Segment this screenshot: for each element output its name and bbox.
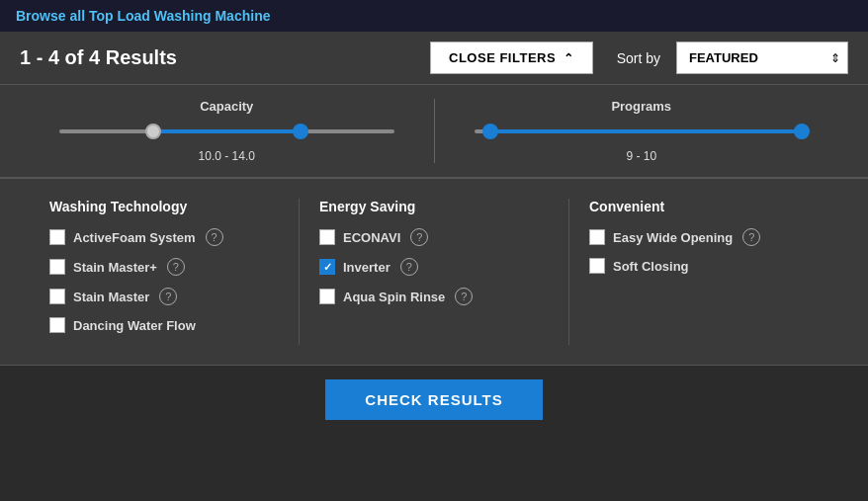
- footer-bar: CHECK RESULTS: [0, 365, 868, 434]
- check-results-button[interactable]: CHECK RESULTS: [325, 379, 542, 420]
- filter-item-1-2[interactable]: Aqua Spin Rinse?: [319, 288, 549, 305]
- filter-item-0-1[interactable]: Stain Master+?: [49, 258, 279, 276]
- programs-slider-group: Programs 9 - 10: [435, 99, 849, 163]
- close-filters-label: CLOSE FILTERS: [449, 50, 556, 65]
- filter-item-0-0[interactable]: ActiveFoam System?: [49, 228, 279, 246]
- filter-checkbox-1-2[interactable]: [319, 289, 335, 304]
- results-bar: 1 - 4 of 4 Results CLOSE FILTERS ⌃ Sort …: [0, 32, 868, 85]
- help-icon-2-0[interactable]: ?: [742, 228, 760, 246]
- capacity-range-text: 10.0 - 14.0: [199, 149, 255, 163]
- capacity-slider-track-container[interactable]: [59, 122, 394, 141]
- filter-item-label-0-0: ActiveFoam System: [73, 230, 196, 245]
- filter-item-label-2-0: Easy Wide Opening: [613, 230, 733, 245]
- filter-checkbox-0-1[interactable]: [49, 259, 65, 275]
- filter-checkbox-0-0[interactable]: [49, 229, 65, 245]
- capacity-slider-thumb-high[interactable]: [293, 124, 308, 139]
- filter-item-label-1-1: Inverter: [343, 260, 391, 275]
- results-count: 1 - 4 of 4 Results: [20, 46, 414, 69]
- programs-label: Programs: [611, 99, 671, 114]
- check-results-label: CHECK RESULTS: [365, 391, 502, 408]
- sort-wrapper: FEATURED PRICE LOW TO HIGH PRICE HIGH TO…: [676, 42, 848, 74]
- programs-slider-track-container[interactable]: [475, 122, 810, 141]
- help-icon-1-0[interactable]: ?: [410, 228, 428, 246]
- help-icon-0-1[interactable]: ?: [167, 258, 185, 276]
- filter-checkbox-0-3[interactable]: [49, 317, 65, 333]
- filter-column-0: Washing TechnologyActiveFoam System?Stai…: [30, 199, 300, 345]
- filter-checkbox-1-1[interactable]: [319, 259, 335, 275]
- filter-column-title-2: Convenient: [589, 199, 819, 214]
- filter-item-label-0-1: Stain Master+: [73, 260, 157, 275]
- filter-item-1-0[interactable]: ECONAVI?: [319, 228, 549, 246]
- chevron-up-icon: ⌃: [564, 51, 574, 65]
- filter-item-label-0-2: Stain Master: [73, 290, 149, 304]
- help-icon-1-2[interactable]: ?: [455, 288, 473, 305]
- help-icon-1-1[interactable]: ?: [400, 258, 418, 276]
- filter-item-label-1-0: ECONAVI: [343, 230, 400, 245]
- filter-checkbox-1-0[interactable]: [319, 229, 335, 245]
- programs-slider-fill: [490, 129, 802, 133]
- sliders-section: Capacity 10.0 - 14.0 Programs 9 - 10: [0, 85, 868, 179]
- capacity-slider-fill: [153, 129, 301, 133]
- header-bar: Browse all Top Load Washing Machine: [0, 0, 868, 32]
- sort-select[interactable]: FEATURED PRICE LOW TO HIGH PRICE HIGH TO…: [676, 42, 848, 74]
- filter-item-label-2-1: Soft Closing: [613, 259, 689, 274]
- filter-checkbox-2-0[interactable]: [589, 229, 605, 245]
- filter-item-2-0[interactable]: Easy Wide Opening?: [589, 228, 819, 246]
- help-icon-0-2[interactable]: ?: [159, 288, 177, 305]
- close-filters-button[interactable]: CLOSE FILTERS ⌃: [430, 42, 593, 74]
- filter-checkbox-2-1[interactable]: [589, 258, 605, 274]
- filter-item-0-3[interactable]: Dancing Water Flow: [49, 317, 279, 333]
- filter-item-1-1[interactable]: Inverter?: [319, 258, 549, 276]
- filter-item-0-2[interactable]: Stain Master?: [49, 288, 279, 305]
- capacity-label: Capacity: [200, 99, 253, 114]
- filter-item-label-0-3: Dancing Water Flow: [73, 318, 196, 333]
- programs-range-text: 9 - 10: [626, 149, 656, 163]
- filter-column-title-1: Energy Saving: [319, 199, 549, 214]
- programs-slider-thumb-high[interactable]: [794, 124, 810, 139]
- filters-section: Washing TechnologyActiveFoam System?Stai…: [0, 179, 868, 365]
- programs-slider-thumb-low[interactable]: [482, 124, 498, 139]
- filter-checkbox-0-2[interactable]: [49, 289, 65, 304]
- capacity-slider-group: Capacity 10.0 - 14.0: [20, 99, 435, 163]
- filter-column-title-0: Washing Technology: [49, 199, 279, 214]
- filter-column-2: ConvenientEasy Wide Opening?Soft Closing: [569, 199, 838, 345]
- help-icon-0-0[interactable]: ?: [206, 228, 223, 246]
- sort-label: Sort by: [617, 50, 660, 66]
- filter-item-label-1-2: Aqua Spin Rinse: [343, 290, 445, 304]
- capacity-slider-thumb-low[interactable]: [145, 124, 161, 139]
- filter-column-1: Energy SavingECONAVI?Inverter?Aqua Spin …: [300, 199, 569, 345]
- header-title: Browse all Top Load Washing Machine: [16, 8, 270, 24]
- filter-item-2-1[interactable]: Soft Closing: [589, 258, 819, 274]
